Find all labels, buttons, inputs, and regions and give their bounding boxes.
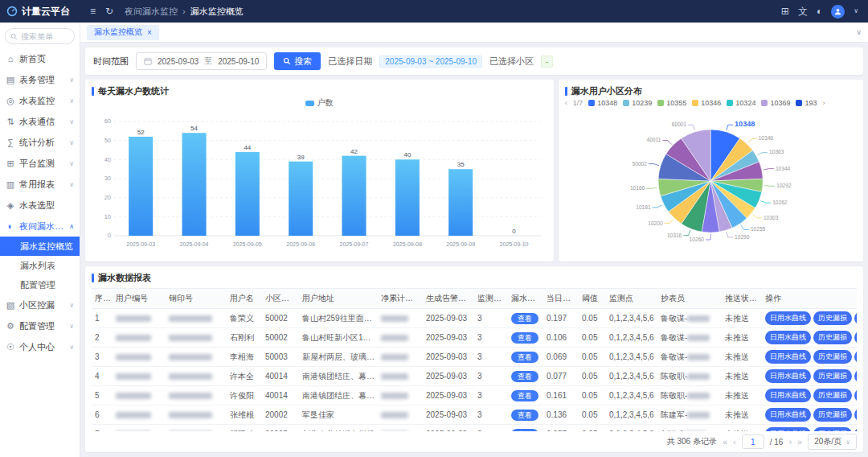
view-rating-button[interactable]: 查看 <box>511 371 538 382</box>
history-leak-button[interactable]: 历史漏损 <box>813 369 852 383</box>
total-pages: / 16 <box>770 438 784 447</box>
history-leak-button[interactable]: 历史漏损 <box>813 331 852 344</box>
sidebar-item-leak-overview[interactable]: 漏水监控概览 <box>0 237 80 256</box>
daily-water-curve-button[interactable]: 日用水曲线 <box>765 408 811 422</box>
apps-grid-icon[interactable]: ⊞ <box>781 6 789 16</box>
single-meter-analysis-button[interactable]: 单表分析 <box>854 311 857 325</box>
sidebar-item-leak-config[interactable]: 配置管理 <box>0 275 80 294</box>
daily-water-curve-button[interactable]: 日用水曲线 <box>765 331 811 344</box>
legend-item[interactable]: 193 <box>796 99 817 107</box>
legend-page-indicator: 1/7 <box>573 99 583 107</box>
sidebar-item-community-leak[interactable]: ▧小区控漏∨ <box>0 294 80 315</box>
table-scroll-area[interactable]: 序号用户编号钢印号用户名小区名称用户地址净累计流量生成告警日期监测天数漏水评级当… <box>92 288 857 431</box>
chevron-down-icon[interactable]: ∨ <box>854 8 858 14</box>
table-cell: 0.069 <box>543 348 579 367</box>
daily-water-curve-button[interactable]: 日用水曲线 <box>765 350 811 364</box>
single-meter-analysis-button[interactable]: 单表分析 <box>854 331 857 344</box>
last-page-button[interactable]: » <box>797 437 802 447</box>
daily-water-curve-button[interactable]: 日用水曲线 <box>765 311 811 325</box>
single-meter-analysis-button[interactable]: 单表分析 <box>854 389 857 402</box>
view-rating-button[interactable]: 查看 <box>511 332 538 344</box>
sidebar-item-meter-mgmt[interactable]: ▤表务管理∨ <box>0 69 80 90</box>
sidebar-item-night-leak[interactable]: ◐夜间漏水监控∧ <box>0 216 80 237</box>
table-cell <box>166 425 227 432</box>
daily-water-curve-button[interactable]: 日用水曲线 <box>765 369 811 383</box>
single-meter-analysis-button[interactable]: 单表分析 <box>854 408 857 422</box>
history-leak-button[interactable]: 历史漏损 <box>813 350 852 364</box>
sidebar-item-stats[interactable]: ∑统计分析∨ <box>0 132 80 153</box>
bar-chart-legend[interactable]: 户数 <box>92 97 547 109</box>
history-leak-button[interactable]: 历史漏损 <box>813 311 852 325</box>
history-leak-button[interactable]: 历史漏损 <box>813 408 852 422</box>
page-size-select[interactable]: 20条/页∨ <box>808 434 857 450</box>
sidebar-item-label: 统计分析 <box>19 137 55 149</box>
legend-item[interactable]: 10348 <box>588 99 617 107</box>
sidebar-search-input[interactable] <box>21 32 68 41</box>
next-page-button[interactable]: › <box>788 437 792 447</box>
date-range-input[interactable]: 2025-09-03 至 2025-09-10 <box>136 52 267 70</box>
table-cell: 未推送 <box>722 328 762 348</box>
sidebar-item-leak-list[interactable]: 漏水列表 <box>0 256 80 275</box>
search-button[interactable]: 搜索 <box>274 52 321 70</box>
sidebar-item-profile[interactable]: ☉个人中心∨ <box>0 336 80 357</box>
redacted-value <box>381 335 408 341</box>
chevron-down-icon: ∨ <box>69 97 74 105</box>
sidebar-item-meter-monitor[interactable]: ◎水表监控∨ <box>0 90 80 111</box>
bar[interactable] <box>395 159 420 236</box>
legend-item[interactable]: 10324 <box>727 99 755 107</box>
view-rating-button[interactable]: 查看 <box>511 390 538 401</box>
sidebar-item-platform[interactable]: ⊞平台监测∨ <box>0 153 80 174</box>
view-rating-button[interactable]: 查看 <box>511 352 538 363</box>
date-start-value[interactable]: 2025-09-03 <box>158 57 199 66</box>
legend-item[interactable]: 10239 <box>623 99 652 107</box>
view-rating-button[interactable]: 查看 <box>511 410 538 421</box>
sidebar-item-selection[interactable]: ◈水表选型 <box>0 195 80 216</box>
app-logo[interactable]: 计量云平台 <box>0 5 80 19</box>
avatar[interactable] <box>831 5 845 19</box>
breadcrumb-item[interactable]: 夜间漏水监控 <box>125 6 178 18</box>
filter-icon[interactable]: ▽ <box>760 295 762 303</box>
language-icon[interactable]: 文 <box>798 6 808 16</box>
sidebar-search[interactable] <box>5 28 75 44</box>
column-header[interactable]: 推送状态 ▽ <box>722 289 762 309</box>
bar[interactable] <box>235 152 260 236</box>
legend-next-icon[interactable]: › <box>822 99 825 107</box>
legend-item[interactable]: 10369 <box>761 99 790 107</box>
sidebar-item-reports[interactable]: ▥常用报表∨ <box>0 174 80 195</box>
bar[interactable] <box>129 137 153 236</box>
table-cell <box>378 386 423 406</box>
sidebar-item-config[interactable]: ⚙配置管理∨ <box>0 315 80 336</box>
menu-collapse-icon[interactable]: ≡ <box>90 6 96 16</box>
prev-page-button[interactable]: ‹ <box>733 437 736 447</box>
legend-prev-icon[interactable]: ‹ <box>565 99 567 107</box>
single-meter-analysis-button[interactable]: 单表分析 <box>854 369 857 383</box>
single-meter-analysis-button[interactable]: 单表分析 <box>854 350 857 364</box>
redacted-value <box>687 315 710 322</box>
legend-item[interactable]: 10346 <box>692 99 721 107</box>
date-end-value[interactable]: 2025-09-10 <box>218 57 259 66</box>
history-leak-button[interactable]: 历史漏损 <box>813 389 852 402</box>
table-card: 漏水数据报表 序号用户编号钢印号用户名小区名称用户地址净累计流量生成告警日期监测… <box>85 266 863 452</box>
tab-close-icon[interactable]: × <box>147 28 152 37</box>
bar[interactable] <box>342 156 366 236</box>
sidebar-item-home[interactable]: ⌂新首页 <box>0 48 80 69</box>
theme-icon[interactable]: ◐ <box>817 6 822 16</box>
bar[interactable] <box>182 133 207 236</box>
legend-item[interactable]: 10355 <box>657 99 686 107</box>
bar-chart-title-row: 每天漏水户数统计 <box>92 85 547 97</box>
refresh-icon[interactable]: ↻ <box>105 6 113 16</box>
sidebar-item-meter-comm[interactable]: ⇅水表通信∨ <box>0 111 80 132</box>
tabbar-chevron-icon[interactable]: ∨ <box>856 28 862 36</box>
redacted-value <box>116 412 151 418</box>
first-page-button[interactable]: « <box>723 437 727 447</box>
view-rating-button[interactable]: 查看 <box>511 313 538 324</box>
bar[interactable] <box>289 162 313 236</box>
breadcrumb-separator-icon: › <box>182 6 186 16</box>
logo-icon <box>6 6 18 17</box>
column-header: 序号 <box>92 289 113 309</box>
tab-leak-overview[interactable]: 漏水监控概览 × <box>87 25 159 40</box>
current-page-input[interactable]: 1 <box>742 434 764 449</box>
daily-water-curve-button[interactable]: 日用水曲线 <box>765 389 811 402</box>
table-row: 1鲁荣义50002鲁山村259往里面走很远2025-09-033查看0.1970… <box>92 309 857 328</box>
bar[interactable] <box>448 169 473 236</box>
